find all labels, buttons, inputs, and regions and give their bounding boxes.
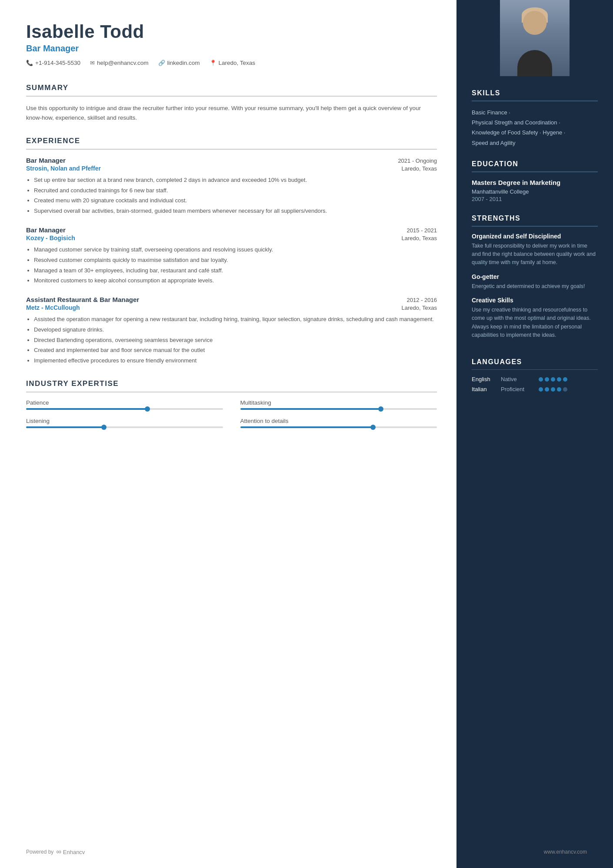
education-divider [472, 171, 598, 172]
bullet-item: Created and implemented bar and floor se… [34, 346, 437, 355]
dot-2 [545, 387, 549, 392]
bullet-item: Directed Bartending operations, overseei… [34, 336, 437, 345]
skills-title: SKILLS [472, 89, 598, 97]
expertise-label-attention: Attention to details [240, 418, 437, 424]
left-column: Isabelle Todd Bar Manager 📞 +1-914-345-5… [0, 0, 456, 868]
skills-divider [472, 101, 598, 101]
enhancv-logo: ∞ Enhancv [56, 848, 85, 856]
edu-years: 2007 - 2011 [472, 196, 598, 202]
exp-dates-2: 2015 - 2021 [407, 227, 437, 234]
bar-dot-patience [145, 406, 150, 412]
exp-title-1: Bar Manager [26, 157, 66, 164]
contact-email: ✉ help@enhancv.com [90, 60, 149, 66]
languages-title: LANGUAGES [472, 358, 598, 366]
exp-company-row-1: Strosin, Nolan and Pfeffer Laredo, Texas [26, 165, 437, 172]
bullet-item: Resolved customer complaints quickly to … [34, 256, 437, 265]
contact-location: 📍 Laredo, Texas [210, 60, 256, 66]
bar-dot-listening [101, 425, 107, 430]
exp-company-2: Kozey - Bogisich [26, 235, 75, 241]
exp-location-1: Laredo, Texas [402, 165, 437, 172]
dot-4 [557, 387, 561, 392]
bullet-item: Assisted the operation manager for openi… [34, 315, 437, 324]
exp-company-3: Metz - McCullough [26, 304, 80, 311]
bar-track-patience [26, 408, 223, 410]
education-section: EDUCATION Masters Degree in Marketing Ma… [472, 160, 598, 202]
dot-1 [539, 377, 543, 382]
exp-header-row-2: Bar Manager 2015 - 2021 [26, 226, 437, 234]
bar-track-multitasking [240, 408, 437, 410]
strengths-divider [472, 226, 598, 227]
bullet-item: Managed a team of 30+ employees, includi… [34, 266, 437, 275]
expertise-label-listening: Listening [26, 418, 223, 424]
edu-degree: Masters Degree in Marketing [472, 178, 598, 187]
bar-track-listening [26, 426, 223, 428]
expertise-label-multitasking: Multitasking [240, 399, 437, 406]
bullet-item: Recruited and conducted trainings for 6 … [34, 186, 437, 195]
exp-dates-3: 2012 - 2016 [407, 297, 437, 303]
strength-desc-1: Take full responsibility to deliver my w… [472, 242, 598, 267]
language-row-english: English Native [472, 376, 598, 382]
strength-title-3: Creative Skills [472, 297, 598, 304]
bullet-item: Created menu with 20 signature cocktails… [34, 196, 437, 205]
lang-name-english: English [472, 376, 496, 382]
experience-entry-2: Bar Manager 2015 - 2021 Kozey - Bogisich… [26, 226, 437, 285]
bar-track-attention [240, 426, 437, 428]
location-icon: 📍 [210, 60, 217, 66]
exp-bullets-2: Managed customer service by training sta… [26, 245, 437, 285]
exp-company-1: Strosin, Nolan and Pfeffer [26, 165, 101, 172]
expertise-divider [26, 392, 437, 392]
experience-entry-1: Bar Manager 2021 - Ongoing Strosin, Nola… [26, 157, 437, 216]
expertise-item-patience: Patience [26, 399, 223, 410]
exp-header-row-1: Bar Manager 2021 - Ongoing [26, 157, 437, 164]
exp-location-2: Laredo, Texas [402, 235, 437, 241]
phone-icon: 📞 [26, 60, 33, 66]
experience-section: EXPERIENCE Bar Manager 2021 - Ongoing St… [26, 137, 437, 365]
edu-school: Manhattanville College [472, 188, 598, 195]
lang-dots-english [539, 377, 567, 382]
education-title: EDUCATION [472, 160, 598, 168]
strength-title-1: Organized and Self Disciplined [472, 233, 598, 240]
contact-linkedin: 🔗 linkedin.com [158, 60, 200, 66]
photo-area [472, 0, 598, 76]
header-section: Isabelle Todd Bar Manager 📞 +1-914-345-5… [26, 22, 437, 66]
bar-dot-attention [370, 425, 376, 430]
expertise-item-attention: Attention to details [240, 418, 437, 428]
skills-section: SKILLS Basic Finance · Physical Stregth … [472, 89, 598, 148]
skill-item-3: Knowledge of Food Safety · Hygene · [472, 127, 598, 137]
exp-bullets-3: Assisted the operation manager for openi… [26, 315, 437, 365]
footer-website: www.enhancv.com [544, 849, 587, 855]
strengths-section: STRENGTHS Organized and Self Disciplined… [472, 214, 598, 346]
strength-desc-3: Use my creative thinking and resourceful… [472, 306, 598, 340]
dot-1 [539, 387, 543, 392]
logo-icon: ∞ [56, 848, 61, 856]
summary-title: SUMMARY [26, 84, 437, 92]
job-title: Bar Manager [26, 44, 437, 54]
bar-fill-attention [240, 426, 374, 428]
exp-company-row-3: Metz - McCullough Laredo, Texas [26, 304, 437, 312]
dot-3 [551, 387, 555, 392]
dot-3 [551, 377, 555, 382]
experience-entry-3: Assistant Restaurant & Bar Manager 2012 … [26, 296, 437, 365]
exp-dates-1: 2021 - Ongoing [398, 158, 437, 164]
lang-level-english: Native [501, 376, 533, 382]
strength-desc-2: Energetic and determined to achieve my g… [472, 282, 598, 291]
link-icon: 🔗 [158, 60, 165, 66]
contact-row: 📞 +1-914-345-5530 ✉ help@enhancv.com 🔗 l… [26, 60, 437, 66]
exp-bullets-1: Set up entire bar section at a brand new… [26, 176, 437, 216]
expertise-title: INDUSTRY EXPERTISE [26, 379, 437, 388]
strengths-title: STRENGTHS [472, 214, 598, 222]
languages-section: LANGUAGES English Native Italian Profici… [472, 358, 598, 396]
bullet-item: Implemented effective procedures to ensu… [34, 356, 437, 365]
bullet-item: Monitored customers to keep alcohol cons… [34, 276, 437, 285]
dot-4 [557, 377, 561, 382]
dot-5 [563, 377, 567, 382]
bar-fill-multitasking [240, 408, 382, 410]
language-row-italian: Italian Proficient [472, 386, 598, 392]
footer-left: Powered by ∞ Enhancv [26, 848, 85, 856]
bar-fill-patience [26, 408, 148, 410]
email-icon: ✉ [90, 60, 95, 66]
lang-dots-italian [539, 387, 567, 392]
bullet-item: Set up entire bar section at a brand new… [34, 176, 437, 185]
profile-photo [500, 0, 570, 76]
expertise-grid: Patience Multitasking [26, 399, 437, 428]
